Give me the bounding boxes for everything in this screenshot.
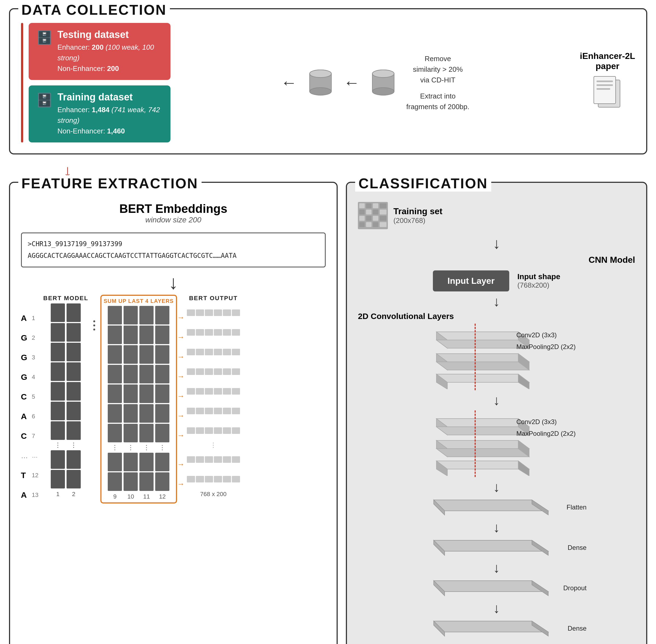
conv2-annotation: Conv2D (3x3) MaxPooling2D (2x2) bbox=[516, 416, 576, 439]
training-enhancer-detail: Enhancer: 1,484 (741 weak, 742 strong) bbox=[57, 105, 163, 126]
svg-marker-43 bbox=[437, 374, 529, 382]
svg-marker-38 bbox=[437, 340, 529, 348]
paper-icon bbox=[580, 75, 635, 114]
sum-to-output-arrows: → → → → → → → → → bbox=[177, 308, 185, 493]
extract-fragments-text: Extract intofragments of 200bp. bbox=[406, 91, 469, 112]
svg-rect-20 bbox=[366, 203, 372, 208]
svg-marker-57 bbox=[434, 500, 548, 511]
cnn-model-label: CNN Model bbox=[358, 255, 635, 265]
testing-enhancer-detail: Enhancer: 200 (100 weak, 100 strong) bbox=[57, 42, 163, 63]
flatten-label-annotation: Flatten bbox=[566, 504, 586, 511]
svg-rect-26 bbox=[380, 210, 386, 214]
training-nonenhancer-detail: Non-Enhancer: 1,460 bbox=[57, 126, 163, 136]
sequence-header: >CHR13_99137199_99137399 bbox=[28, 238, 319, 250]
dropout-row: Dropout bbox=[428, 578, 565, 598]
training-dataset-card: 🗄️ Training dataset Enhancer: 1,484 (741… bbox=[29, 86, 170, 142]
arrow-input-to-conv: ↓ bbox=[493, 294, 500, 309]
bert-cols-ellipsis bbox=[88, 319, 100, 331]
bert-embeddings-title: BERT Embeddings bbox=[21, 202, 326, 215]
dataset-cards: 🗄️ Testing dataset Enhancer: 200 (100 we… bbox=[29, 23, 170, 142]
feature-extraction-label: FEATURE EXTRACTION bbox=[18, 175, 202, 191]
data-collection-section: DATA COLLECTION 🗄️ Testing dataset Enhan… bbox=[9, 8, 647, 155]
svg-rect-19 bbox=[359, 203, 365, 208]
svg-rect-29 bbox=[373, 216, 378, 221]
conv-layers-label: 2D Convolutional Layers bbox=[358, 312, 454, 321]
arrow-dense1-to-dropout: ↓ bbox=[493, 560, 500, 576]
encoder-col-12: ⋮ bbox=[155, 306, 169, 491]
conv1-annotation: Conv2D (3x3) MaxPooling2D (2x2) bbox=[516, 329, 576, 352]
intermediate-db-1 bbox=[308, 68, 333, 98]
dense2-row: Dense bbox=[428, 618, 565, 639]
cnn-architecture: Input Layer Input shape (768x200) ↓ 2D C… bbox=[358, 271, 635, 644]
svg-rect-30 bbox=[380, 216, 386, 221]
sum-up-section: SUM UP LAST 4 LAYERS ⋮ bbox=[100, 295, 177, 504]
svg-marker-50 bbox=[437, 440, 529, 448]
feature-extraction-section: FEATURE EXTRACTION BERT Embeddings windo… bbox=[9, 182, 338, 644]
encoder-col-11: ⋮ bbox=[139, 306, 154, 491]
svg-rect-31 bbox=[359, 222, 365, 227]
training-nonenhancer-count: 1,460 bbox=[107, 127, 125, 135]
arrow-conv2-to-flatten: ↓ bbox=[493, 479, 500, 495]
bert-output-label: BERT OUTPUT bbox=[189, 295, 238, 302]
pool1-label: MaxPooling2D (2x2) bbox=[516, 343, 576, 350]
arrow-flatten-to-dense: ↓ bbox=[493, 520, 500, 535]
classification-section: CLASSIFICATION bbox=[346, 182, 647, 644]
arrow-left-2: ← bbox=[344, 74, 360, 91]
red-dash-line bbox=[475, 324, 476, 390]
testing-db-icon: 🗄️ bbox=[36, 30, 53, 45]
training-dataset-title: Training dataset bbox=[57, 91, 163, 103]
svg-marker-54 bbox=[437, 461, 529, 469]
svg-point-2 bbox=[310, 88, 331, 95]
encoder-col-10: ⋮ bbox=[123, 306, 138, 491]
remove-similarity-text: Removesimilarity > 20%via CD-HIT bbox=[406, 53, 469, 86]
svg-rect-27 bbox=[359, 216, 365, 221]
arrow-left-1: ← bbox=[281, 74, 297, 91]
svg-rect-33 bbox=[373, 222, 378, 227]
sum-up-label: SUM UP LAST 4 LAYERS bbox=[104, 298, 174, 304]
flatten-row: Flatten bbox=[428, 497, 565, 518]
input-shape-annotation: Input shape (768x200) bbox=[517, 272, 560, 290]
svg-rect-28 bbox=[366, 216, 372, 221]
svg-rect-17 bbox=[596, 88, 610, 90]
svg-marker-35 bbox=[437, 332, 529, 340]
input-layer-row: Input Layer Input shape (768x200) bbox=[433, 271, 560, 292]
testing-enhancer-count: 200 bbox=[92, 43, 103, 51]
ienhancer-paper-box: iEnhancer-2Lpaper bbox=[580, 51, 635, 114]
svg-marker-45 bbox=[518, 374, 529, 389]
arrow-seq-to-bert: ↓ bbox=[21, 273, 326, 292]
input-shape-label: Input shape bbox=[517, 272, 560, 281]
svg-rect-15 bbox=[596, 80, 613, 82]
testing-nonenhancer-count: 200 bbox=[107, 64, 119, 73]
bert-model-label: BERT MODEL bbox=[43, 295, 88, 302]
input-layer-block: Input Layer bbox=[433, 271, 509, 292]
svg-point-3 bbox=[310, 70, 331, 77]
intermediate-db-2 bbox=[371, 68, 396, 98]
svg-rect-24 bbox=[366, 210, 372, 214]
svg-rect-23 bbox=[359, 210, 365, 214]
dense2-svg bbox=[428, 618, 554, 638]
bert-output-section: BERT OUTPUT ⋮ bbox=[187, 295, 240, 498]
training-db-icon: 🗄️ bbox=[36, 92, 53, 108]
svg-point-7 bbox=[372, 70, 394, 77]
sequence-body: AGGGCACTCAGGAAACCAGCTCAAGTCCTTATTGAGGTCA… bbox=[28, 250, 319, 262]
input-shape-value: (768x200) bbox=[517, 281, 560, 290]
dense1-label-annotation: Dense bbox=[568, 544, 586, 552]
classification-label: CLASSIFICATION bbox=[355, 175, 491, 191]
training-set-title: Training set bbox=[393, 206, 442, 216]
flatten-svg bbox=[428, 497, 554, 516]
testing-dataset-title: Testing dataset bbox=[57, 29, 163, 40]
arrow-conv1-to-conv2: ↓ bbox=[493, 392, 500, 408]
conv1-label: Conv2D (3x3) bbox=[516, 331, 557, 339]
encoder-col-2: ⋮ bbox=[67, 303, 81, 488]
dense1-svg bbox=[428, 537, 554, 557]
svg-marker-63 bbox=[434, 581, 548, 592]
bert-window-size: window size 200 bbox=[21, 215, 326, 224]
testing-enhancer-detail-text: (100 weak, 100 strong) bbox=[57, 43, 154, 62]
svg-marker-66 bbox=[434, 621, 548, 632]
svg-marker-53 bbox=[437, 448, 529, 457]
svg-rect-21 bbox=[373, 203, 378, 208]
red-dash-line-2 bbox=[475, 410, 476, 477]
svg-marker-56 bbox=[518, 461, 529, 476]
svg-marker-42 bbox=[437, 362, 529, 370]
svg-marker-60 bbox=[434, 540, 548, 551]
